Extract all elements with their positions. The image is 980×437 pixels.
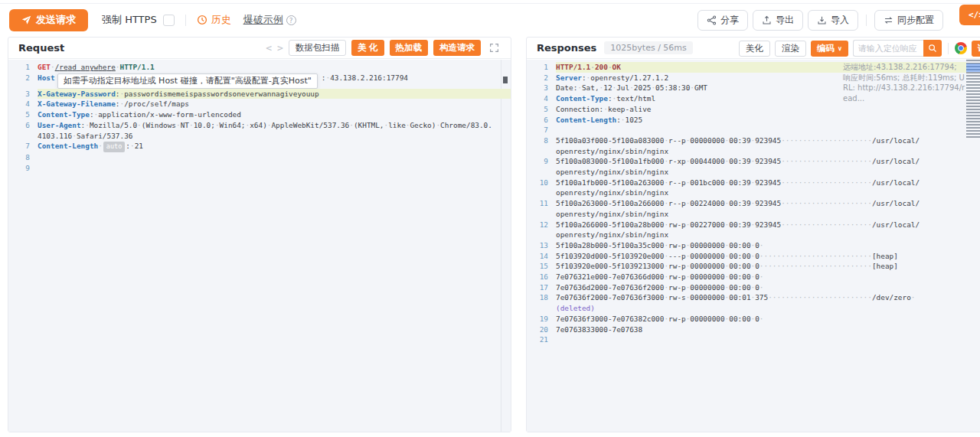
force-https-checkbox[interactable] (163, 15, 175, 26)
chrome-icon[interactable] (955, 42, 967, 54)
search-button[interactable] (923, 40, 942, 57)
build-request-button[interactable]: 构造请求 (433, 40, 481, 56)
line-number: 6 (8, 120, 30, 131)
line-number: 4 (8, 99, 30, 109)
export-button[interactable]: 导出 (753, 10, 803, 31)
code-line: 135f100a28b000-5f100a35c000·rw-p·0000000… (527, 240, 980, 251)
line-number: 19 (527, 314, 548, 324)
code-line: 3X-Gateway-Password:·passwordismemeispas… (8, 89, 511, 99)
code-line: 5Connection:·keep-alive (527, 104, 980, 115)
code-line: 187e07636f2000-7e07636f3000·rw-s·0000000… (527, 292, 980, 313)
line-number: 11 (527, 198, 548, 209)
line-content: 7e07636f3000-7e076382c000·rw-p·00000000·… (556, 314, 980, 324)
code-line: 6User-Agent:·Mozilla/5.0·(Windows·NT·10.… (8, 120, 511, 141)
nav-next-icon[interactable]: > (277, 42, 283, 54)
response-info-overlay: 远端地址:43.138.2.216:17794; 响应时间:56ms; 总耗时:… (843, 62, 965, 104)
detail-button[interactable]: 详情 (972, 41, 980, 57)
line-number: 8 (527, 135, 548, 146)
line-content: 5f103920d000-5f103920e000·---p·00000000·… (556, 251, 980, 262)
line-number: 20 (527, 324, 548, 335)
response-editor[interactable]: 远端地址:43.138.2.216:17794; 响应时间:56ms; 总耗时:… (527, 60, 980, 432)
request-title: Request (18, 42, 64, 54)
import-button[interactable]: 导入 (808, 10, 858, 31)
toolbar-divider-2 (866, 15, 867, 26)
line-number: 14 (527, 251, 548, 262)
host-tooltip: 如需手动指定目标地址或 Host 碰撞，请配置"高级配置-真实Host" (57, 73, 318, 89)
request-scrollbar-thumb[interactable] (503, 77, 508, 83)
response-controls-divider (948, 43, 949, 54)
line-content: Host如需手动指定目标地址或 Host 碰撞，请配置"高级配置-真实Host"… (38, 73, 511, 89)
line-content: 5f100a1fb000-5f100a263000·r--p·001bc000·… (556, 178, 980, 198)
request-panel-header: Request < > 数据包扫描 美 化 热加载 构造请求 (8, 38, 511, 59)
line-number: 5 (527, 104, 548, 115)
export-label: 导出 (776, 14, 794, 27)
request-editor[interactable]: 1GET·/read_anywhere·HTTP/1.12Host如需手动指定目… (8, 60, 511, 432)
expand-icon[interactable] (489, 43, 499, 53)
line-number: 5 (8, 109, 30, 120)
line-number: 3 (8, 89, 30, 99)
line-content: 7e0763833000-7e07638 (556, 324, 980, 335)
line-number: 13 (527, 240, 548, 251)
line-content: X-Gateway-Filename:·/proc/self/maps (38, 99, 511, 109)
share-label: 分享 (720, 14, 739, 27)
line-number: 15 (527, 261, 548, 272)
sync-config-button[interactable]: 同步配置 (874, 10, 943, 31)
code-line: 197e07636f3000-7e076382c000·rw-p·0000000… (527, 314, 980, 324)
hot-reload-button[interactable]: 热加载 (390, 40, 429, 56)
line-content: 7e076321e000-7e076366d000·rw-p·00000000·… (556, 272, 980, 282)
chrome-icon-center (958, 45, 964, 51)
encode-dropdown-button[interactable]: 编码 ∨ (811, 41, 848, 57)
response-controls: 美化 渲染 编码 ∨ 详情 (739, 40, 980, 57)
toolbar-divider (185, 15, 186, 26)
history-button[interactable]: 历史 (197, 13, 231, 27)
line-content: GET·/read_anywhere·HTTP/1.1 (38, 62, 511, 73)
line-content: 5f100a266000-5f100a28b000·rw-p·00227000·… (556, 220, 980, 240)
top-toolbar: 发送请求 强制 HTTPS 历史 爆破示例 ? 分享 导出 (0, 4, 980, 36)
blast-example-link[interactable]: 爆破示例 (243, 13, 283, 27)
line-number: 21 (527, 334, 548, 345)
beautify-response-button[interactable]: 美化 (739, 41, 770, 57)
line-number: 7 (8, 141, 30, 152)
line-content: Content-Length·auto:·21 (38, 141, 511, 152)
line-content (38, 163, 511, 174)
response-panel: Responses 1025bytes / 56ms 美化 渲染 编码 ∨ (526, 37, 980, 432)
code-line: 145f103920d000-5f103920e000·---p·0000000… (527, 251, 980, 262)
clock-icon (197, 15, 207, 25)
render-button[interactable]: 渲染 (775, 41, 806, 57)
response-stats-badge: 1025bytes / 56ms (604, 41, 692, 54)
send-request-button[interactable]: 发送请求 (9, 9, 88, 31)
code-line: 207e0763833000-7e07638 (527, 324, 980, 335)
locate-response-input[interactable] (853, 40, 923, 57)
line-content: Connection:·keep-alive (556, 104, 980, 115)
nav-prev-icon[interactable]: < (266, 42, 272, 54)
response-title: Responses (537, 42, 596, 54)
minimap[interactable] (966, 59, 980, 139)
line-content: 5f100a03f000-5f100a083000·r--p·00000000·… (556, 135, 980, 156)
line-content (38, 152, 511, 163)
line-number: 17 (527, 282, 548, 293)
code-line: 9 (8, 163, 511, 174)
line-content: 7e07636f2000-7e07636f3000·rw-s·00000000·… (556, 292, 980, 313)
request-controls: < > 数据包扫描 美 化 热加载 构造请求 (266, 40, 501, 56)
line-content: User-Agent:·Mozilla/5.0·(Windows·NT·10.0… (38, 120, 511, 141)
force-https-label: 强制 HTTPS (102, 13, 157, 27)
line-content: 5f100a263000-5f100a266000·r--p·00224000·… (556, 198, 980, 219)
code-line: 85f100a03f000-5f100a083000·r--p·00000000… (527, 135, 980, 156)
question-circle-icon[interactable]: ? (286, 15, 296, 25)
code-icon: </> (969, 10, 980, 20)
code-line: 4X-Gateway-Filename:·/proc/self/maps (8, 99, 511, 109)
line-content: Content-Type:·application/x-www-form-url… (38, 109, 511, 120)
request-panel: Request < > 数据包扫描 美 化 热加载 构造请求 1GET·/rea… (8, 37, 511, 432)
line-number: 1 (8, 62, 30, 73)
encode-label: 编码 (817, 43, 835, 54)
history-label: 历史 (211, 13, 231, 27)
share-button[interactable]: 分享 (697, 10, 748, 31)
toolbar-right-group: 分享 导出 导入 同步配置 (697, 10, 971, 31)
generate-code-button[interactable]: </> 生成 (959, 5, 980, 25)
packet-scan-button[interactable]: 数据包扫描 (289, 40, 347, 56)
share-icon (707, 15, 717, 25)
beautify-request-button[interactable]: 美 化 (351, 40, 384, 56)
line-number: 4 (527, 93, 548, 104)
line-number: 3 (527, 83, 548, 93)
line-content: Content-Length:·1025 (556, 115, 980, 126)
